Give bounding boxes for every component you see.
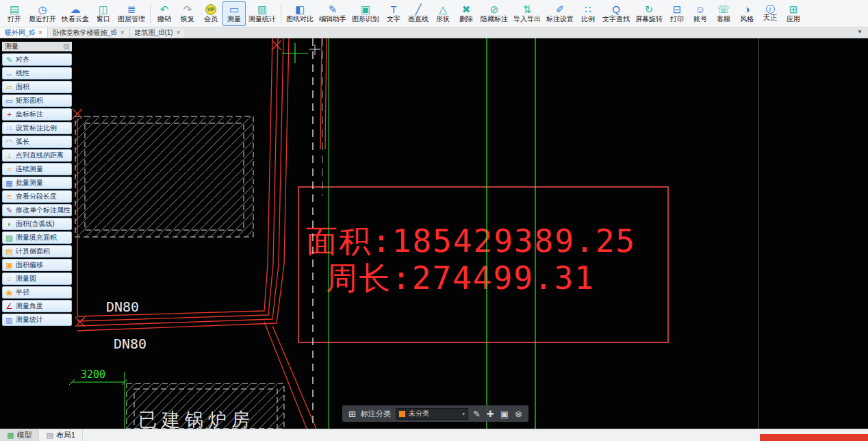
measure-tool-fill-area[interactable]: ▨测量填充面积 <box>2 231 72 244</box>
toolbar-button-scale[interactable]: ∷比例 <box>576 1 600 26</box>
toolbar-button-undo[interactable]: ↶撤销 <box>153 1 176 26</box>
tab-close-icon[interactable]: × <box>38 29 42 36</box>
measure-tool-rect-area[interactable]: ▭矩形面积 <box>2 94 72 107</box>
promo-banner[interactable] <box>760 434 868 441</box>
point-line-distance-icon: ⊥ <box>5 151 14 160</box>
measure-tool-continuous-measure[interactable]: ≈连续测量 <box>2 163 72 175</box>
measure-angle-icon: ∠ <box>5 302 14 311</box>
toolbar-button-label: 删除 <box>459 15 473 23</box>
toolbar-button-delete[interactable]: ✖删除 <box>455 1 478 26</box>
measure-tool-panel: 测量 ✎对齐↔线性▱面积▭矩形面积+坐标标注∷设置标注比例◠弧长⊥点到直线的距离… <box>2 42 72 327</box>
measure-tool-measure-angle[interactable]: ∠测量角度 <box>2 300 72 312</box>
panel-collapse-button[interactable] <box>64 44 69 49</box>
measure-tool-label: 线性 <box>16 68 29 78</box>
coord-annotation-icon: + <box>5 110 14 118</box>
toolbar-button-apps[interactable]: ⊞应用 <box>782 1 805 26</box>
tab-collapse-button[interactable]: ▼ <box>852 27 868 38</box>
document-tab[interactable]: 卧佛堂教学楼暖施_t6× <box>48 27 130 38</box>
measure-tool-linear[interactable]: ↔线性 <box>2 67 72 79</box>
toolbar-button-shape-recognize[interactable]: ▣图形识别 <box>349 1 382 26</box>
toolbar-button-import-export[interactable]: ⇅导入导出 <box>511 1 544 26</box>
measure-area-annotation[interactable]: 面积:185429389.25 周长:274499.31 <box>298 187 668 342</box>
document-tab[interactable]: 建筑图_t8(1)× <box>130 27 186 38</box>
toolbar-button-window[interactable]: ◫窗口 <box>92 1 115 26</box>
measure-stats-icon: ▥ <box>5 316 14 325</box>
measure-tool-modify-annotation[interactable]: ✎修改单个标注属性 <box>2 204 72 216</box>
toolbar-button-measure-stats[interactable]: ▥测量统计 <box>246 1 279 26</box>
area-value-text[interactable]: 面积:185429389.25 <box>306 223 636 260</box>
measure-tool-label: 点到直线的距离 <box>16 151 64 160</box>
valve-symbol <box>282 43 320 63</box>
tab-close-icon[interactable]: × <box>120 29 125 36</box>
toolbar-button-screen-rotate[interactable]: ↻屏幕旋转 <box>633 1 665 26</box>
category-grid-icon[interactable]: ⊞ <box>348 409 356 419</box>
measure-tool-measure-circle[interactable]: ○测量圆 <box>2 273 72 285</box>
area-with-arc-icon: ◗ <box>5 220 14 228</box>
measure-tool-point-line-distance[interactable]: ⊥点到直线的距离 <box>2 149 72 162</box>
print-icon: ⊟ <box>673 3 682 15</box>
building-label: 已建锅炉房 <box>138 409 255 429</box>
toolbar-button-hide-annotation[interactable]: ⊘隐藏标注 <box>478 1 511 26</box>
toolbar-button-measure[interactable]: ▭测量 <box>222 1 246 26</box>
document-tab[interactable]: 暖外网_t6× <box>0 27 48 38</box>
cad-canvas-area[interactable]: 已建锅炉房 面积:185429389.25 周长:274499.31 <box>0 38 868 429</box>
toolbar-button-label: 会员 <box>204 15 218 23</box>
measure-tool-set-annotation-scale[interactable]: ∷设置标注比例 <box>2 122 72 134</box>
toolbar-button-recent-open[interactable]: ◷最近打开 <box>26 1 59 26</box>
redo-icon: ↷ <box>183 3 192 15</box>
status-tab-model[interactable]: ▦模型 <box>0 429 39 441</box>
measure-tool-area-with-arc[interactable]: ◗面积(含弧线) <box>2 218 72 230</box>
copy-icon[interactable]: ▣ <box>500 409 509 419</box>
toolbar-button-support[interactable]: ☏客服 <box>712 1 735 26</box>
segment-length-icon: ≡ <box>5 192 14 201</box>
annotation-settings-icon: ✐ <box>556 3 565 15</box>
category-dropdown[interactable]: 未分类 ▾ <box>396 408 468 420</box>
measure-tool-align[interactable]: ✎对齐 <box>2 53 72 66</box>
toolbar-button-redo[interactable]: ↷恢复 <box>176 1 199 26</box>
rect-area-icon: ▭ <box>5 97 14 105</box>
toolbar-button-vip-member[interactable]: VIP会员 <box>199 1 222 26</box>
main-toolbar: ▤打开◷最近打开☁快看云盒◫窗口≣图层管理↶撤销↷恢复VIP会员▭测量▥测量统计… <box>0 0 868 27</box>
toolbar-button-style[interactable]: ◑风格 <box>735 1 758 26</box>
toolbar-button-layer-manager[interactable]: ≣图层管理 <box>115 1 148 26</box>
tianzheng-icon: i <box>766 5 775 14</box>
drawing-compare-icon: ◧ <box>295 3 305 15</box>
measure-stats-icon: ▥ <box>257 3 267 15</box>
toolbar-button-label: 天正 <box>763 14 777 22</box>
perimeter-value-text[interactable]: 周长:274499.31 <box>326 260 595 297</box>
cloud-box-icon: ☁ <box>71 3 81 15</box>
toolbar-button-annotation-settings[interactable]: ✐标注设置 <box>544 1 576 26</box>
status-tab-layout1[interactable]: ▤布局1 <box>39 429 83 441</box>
toolbar-button-label: 账号 <box>693 15 707 23</box>
toolbar-button-text[interactable]: T文字 <box>382 1 405 26</box>
screen-rotate-icon: ↻ <box>645 3 654 15</box>
toolbar-button-tianzheng[interactable]: i天正 <box>758 1 782 26</box>
tab-label: 建筑图_t8(1) <box>135 28 173 38</box>
toolbar-button-print[interactable]: ⊟打印 <box>665 1 689 26</box>
measure-tool-arc-length[interactable]: ◠弧长 <box>2 136 72 148</box>
measure-tool-measure-stats[interactable]: ▥测量统计 <box>2 314 72 326</box>
category-label: 标注分类 <box>361 409 391 419</box>
measure-tool-batch-measure[interactable]: ▦批量测量 <box>2 177 72 189</box>
tab-close-icon[interactable]: × <box>177 29 181 36</box>
toolbar-button-cloud-box[interactable]: ☁快看云盒 <box>59 1 92 26</box>
toolbar-button-shapes[interactable]: △形状 <box>431 1 455 26</box>
align-icon: ✎ <box>5 55 14 64</box>
delete-icon[interactable]: ⊗ <box>515 409 522 419</box>
move-icon[interactable]: ✚ <box>487 409 494 419</box>
measure-tool-side-area[interactable]: ▤计算侧面积 <box>2 245 72 257</box>
toolbar-button-account[interactable]: ☺账号 <box>689 1 712 26</box>
measure-tool-coord-annotation[interactable]: +坐标标注 <box>2 108 72 121</box>
edit-icon[interactable]: ✎ <box>473 409 481 419</box>
toolbar-button-open[interactable]: ▤打开 <box>3 1 26 26</box>
toolbar-button-text-search[interactable]: Q文字查找 <box>600 1 633 26</box>
toolbar-button-drawing-compare[interactable]: ◧图纸对比 <box>283 1 316 26</box>
measure-tool-segment-length[interactable]: ≡查看分段长度 <box>2 190 72 203</box>
measure-tool-radius[interactable]: ◉半径 <box>2 286 72 299</box>
category-color-swatch <box>399 411 405 417</box>
measure-tool-area[interactable]: ▱面积 <box>2 81 72 93</box>
toolbar-button-edit-assistant[interactable]: ✎编辑助手 <box>316 1 349 26</box>
cad-drawing[interactable]: 已建锅炉房 面积:185429389.25 周长:274499.31 <box>0 38 868 429</box>
toolbar-button-draw-line[interactable]: ╱画直线 <box>405 1 431 26</box>
measure-tool-area-offset[interactable]: ▣面积偏移 <box>2 259 72 271</box>
